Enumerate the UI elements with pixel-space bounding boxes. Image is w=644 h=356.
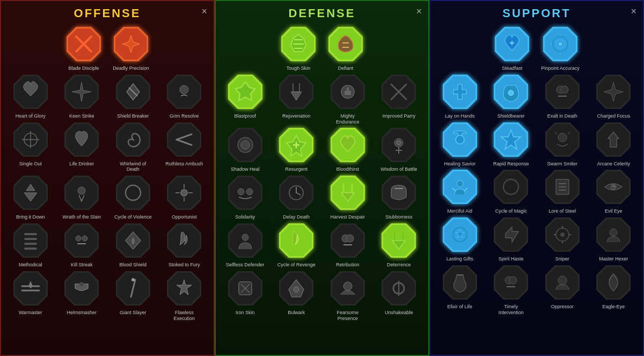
skill-cell-steadfast[interactable]: Steadfast bbox=[494, 26, 530, 71]
skill-cell-iron-skin[interactable]: Iron Skin bbox=[220, 270, 270, 322]
support-panel: × SUPPORT Steadfast Pinpoint Accuracy La… bbox=[429, 0, 644, 356]
skill-cell-methodical[interactable]: Methodical bbox=[5, 222, 56, 268]
skill-icon-improved-parry bbox=[380, 74, 417, 112]
offense-panel: × OFFENSE Blade Disciple Deadly Precisio… bbox=[0, 0, 215, 356]
skill-cell-wisdom-of-battle[interactable]: Wisdom of Battle bbox=[374, 127, 425, 172]
skill-cell-rapid-response[interactable]: Rapid Response bbox=[486, 121, 537, 167]
skill-icon-oppressor bbox=[544, 264, 581, 303]
skill-icon-ruthless-ambush bbox=[166, 121, 202, 160]
skill-cell-shieldbearer[interactable]: Shieldbearer bbox=[486, 74, 537, 119]
skill-icon-bloodthirst bbox=[330, 127, 366, 165]
skill-cell-solidarity[interactable]: Solidarity bbox=[220, 175, 270, 220]
svg-point-285 bbox=[560, 233, 565, 237]
skill-cell-cycle-of-revenge[interactable]: Cycle of Revenge bbox=[272, 222, 322, 268]
skill-cell-wrath-of-the-slain[interactable]: Wrath of the Slain bbox=[57, 175, 107, 220]
skill-icon-tough-skin bbox=[280, 26, 317, 64]
skill-name-bring-it-down: Bring it Down bbox=[16, 214, 45, 220]
skill-cell-bring-it-down[interactable]: Bring it Down bbox=[5, 175, 56, 220]
skill-cell-grim-resolve[interactable]: Grim Resolve bbox=[159, 74, 210, 119]
skill-cell-deterrence[interactable]: Deterrence bbox=[374, 222, 425, 268]
skill-cell-lay-on-hands[interactable]: Lay on Hands bbox=[435, 74, 485, 119]
skill-name-shield-breaker: Shield Breaker bbox=[117, 113, 149, 119]
skill-icon-wisdom-of-battle bbox=[380, 127, 417, 165]
skill-cell-arcane-celerity[interactable]: Arcane Celerity bbox=[589, 121, 639, 167]
skill-cell-delay-death[interactable]: Delay Death bbox=[272, 175, 322, 220]
skill-cell-bulwark[interactable]: Bulwark bbox=[272, 270, 322, 322]
skill-icon-unshakeable bbox=[380, 270, 417, 309]
skill-icon-grim-resolve bbox=[166, 74, 202, 112]
skill-cell-retribution[interactable]: Retribution bbox=[323, 222, 373, 268]
skill-cell-shield-breaker[interactable]: Shield Breaker bbox=[108, 74, 158, 119]
skill-cell-selfless-defender[interactable]: Selfless Defender bbox=[220, 222, 270, 268]
skill-cell-blade-disciple[interactable]: Blade Disciple bbox=[65, 26, 102, 71]
skill-cell-oppressor[interactable]: Oppressor bbox=[537, 264, 588, 316]
skill-cell-spirit-haste[interactable]: Spirit Haste bbox=[486, 216, 537, 262]
skill-cell-unshakeable[interactable]: Unshakeable bbox=[374, 270, 425, 322]
skill-cell-harvest-despair[interactable]: Harvest Despair bbox=[323, 175, 373, 220]
skill-cell-opportunist[interactable]: Opportunist bbox=[159, 175, 210, 220]
skill-name-blade-disciple: Blade Disciple bbox=[68, 66, 99, 71]
skill-cell-helmsmasher[interactable]: Helmsmasher bbox=[57, 270, 107, 322]
defense-close-button[interactable]: × bbox=[416, 6, 422, 16]
skill-row-3: Bring it Down Wrath of the Slain Cycle o… bbox=[5, 175, 209, 220]
skill-cell-whirlwind-of-death[interactable]: Whirlwind of Death bbox=[108, 121, 158, 173]
skill-cell-timely-intervention[interactable]: Timely Intervention bbox=[486, 264, 537, 316]
skill-name-methodical: Methodical bbox=[19, 262, 42, 268]
skill-cell-sniper[interactable]: Sniper bbox=[537, 216, 588, 262]
skill-cell-merciful-aid[interactable]: Merciful Aid bbox=[435, 169, 485, 214]
skill-cell-lasting-gifts[interactable]: Lasting Gifts bbox=[435, 216, 485, 262]
skill-cell-warmaster[interactable]: Warmaster bbox=[5, 270, 56, 322]
skill-cell-fearsome-presence[interactable]: Fearsome Presence bbox=[323, 270, 373, 322]
skill-cell-keen-strike[interactable]: Keen Strike bbox=[57, 74, 107, 119]
skill-icon-delay-death bbox=[278, 175, 314, 213]
offense-close-button[interactable]: × bbox=[201, 6, 207, 16]
skill-icon-mighty-endurance bbox=[330, 74, 366, 112]
skill-cell-mighty-endurance[interactable]: Mighty Endurance bbox=[323, 74, 373, 125]
skill-cell-ruthless-ambush[interactable]: Ruthless Ambush bbox=[159, 121, 210, 173]
svg-point-167 bbox=[242, 234, 248, 241]
skill-row-5: Warmaster Helmsmasher Giant Slayer Flawl… bbox=[5, 270, 209, 322]
skill-cell-resurgent[interactable]: Resurgent bbox=[272, 127, 322, 172]
skill-cell-exalt-in-death[interactable]: Exalt in Death bbox=[537, 74, 588, 119]
skill-row-1: Blastproof Rejuvenation Mighty Endurance… bbox=[220, 74, 424, 125]
skill-cell-cycle-of-magic[interactable]: Cycle of Magic bbox=[486, 169, 537, 214]
skill-cell-master-hexer[interactable]: Master Hexer bbox=[589, 216, 639, 262]
support-close-button[interactable]: × bbox=[631, 6, 636, 16]
skill-cell-blastproof[interactable]: Blastproof bbox=[220, 74, 270, 125]
skill-cell-bloodthirst[interactable]: Bloodthirst bbox=[323, 127, 373, 172]
skill-cell-stoked-to-fury[interactable]: Stoked to Fury bbox=[159, 222, 210, 268]
skill-cell-healing-savior[interactable]: Healing Savior bbox=[435, 121, 485, 167]
skill-cell-charged-focus[interactable]: Charged Focus bbox=[589, 74, 639, 119]
skill-name-cycle-of-magic: Cycle of Magic bbox=[495, 208, 527, 214]
skill-cell-life-drinker[interactable]: Life Drinker bbox=[57, 121, 107, 173]
skill-cell-tough-skin[interactable]: Tough Skin bbox=[280, 26, 317, 71]
skill-cell-lore-of-steel[interactable]: Lore of Steel bbox=[537, 169, 588, 214]
skill-icon-heart-of-glory bbox=[12, 74, 49, 112]
skill-name-warmaster: Warmaster bbox=[19, 310, 42, 316]
skill-icon-single-out bbox=[12, 121, 49, 160]
svg-rect-63 bbox=[24, 238, 37, 240]
skill-cell-deadly-precision[interactable]: Deadly Precision bbox=[113, 26, 149, 71]
skill-cell-cycle-of-violence[interactable]: Cycle of Violence bbox=[108, 175, 158, 220]
skill-name-lasting-gifts: Lasting Gifts bbox=[447, 256, 473, 262]
skill-cell-improved-parry[interactable]: Improved Parry bbox=[374, 74, 425, 125]
skill-name-shadow-heal: Shadow Heal bbox=[231, 166, 260, 172]
skill-cell-evil-eye[interactable]: Evil Eye bbox=[589, 169, 639, 214]
skill-cell-kill-streak[interactable]: Kill Streak bbox=[57, 222, 107, 268]
skill-cell-flawless-execution[interactable]: Flawless Execution bbox=[159, 270, 210, 322]
skill-cell-eagle-eye[interactable]: Eagle-Eye bbox=[589, 264, 639, 316]
skill-icon-charged-focus bbox=[595, 74, 632, 112]
skill-cell-pinpoint-accuracy[interactable]: Pinpoint Accuracy bbox=[541, 26, 580, 71]
skill-cell-stubborness[interactable]: Stubborness bbox=[374, 175, 425, 220]
skill-cell-heart-of-glory[interactable]: Heart of Glory bbox=[5, 74, 56, 119]
skill-cell-rejuvenation[interactable]: Rejuvenation bbox=[272, 74, 322, 125]
skill-cell-blood-shield[interactable]: Blood Shield bbox=[108, 222, 158, 268]
skill-cell-single-out[interactable]: Single Out bbox=[5, 121, 56, 173]
skill-cell-giant-slayer[interactable]: Giant Slayer bbox=[108, 270, 158, 322]
skill-cell-swarm-smiter[interactable]: Swarm Smiter bbox=[537, 121, 588, 167]
skill-cell-elixir-of-life[interactable]: Elixir of Life bbox=[435, 264, 485, 316]
svg-point-193 bbox=[343, 282, 352, 290]
skill-cell-defiant[interactable]: Defiant bbox=[327, 26, 364, 71]
skill-name-solidarity: Solidarity bbox=[235, 214, 255, 220]
skill-cell-shadow-heal[interactable]: Shadow Heal bbox=[220, 127, 270, 172]
